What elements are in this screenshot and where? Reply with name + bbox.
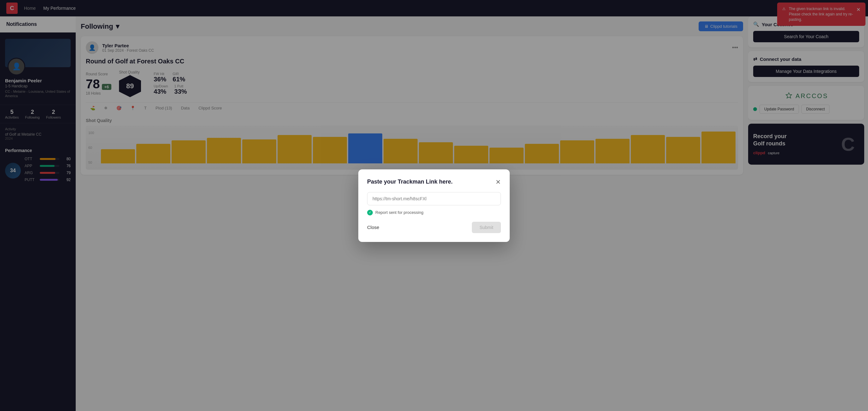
success-text: Report sent for processing: [375, 210, 423, 215]
modal-overlay: Paste your Trackman Link here. ✕ ✓ Repor…: [0, 0, 868, 411]
modal-close-x-button[interactable]: ✕: [496, 178, 501, 186]
trackman-modal: Paste your Trackman Link here. ✕ ✓ Repor…: [358, 169, 510, 242]
modal-close-button[interactable]: Close: [367, 225, 379, 230]
modal-header: Paste your Trackman Link here. ✕: [367, 178, 501, 186]
modal-footer: Close Submit: [367, 222, 501, 233]
success-checkmark-icon: ✓: [367, 210, 373, 215]
modal-submit-button[interactable]: Submit: [472, 222, 501, 233]
modal-title: Paste your Trackman Link here.: [367, 179, 453, 185]
trackman-link-input[interactable]: [367, 192, 501, 205]
modal-success-message: ✓ Report sent for processing: [367, 210, 501, 215]
